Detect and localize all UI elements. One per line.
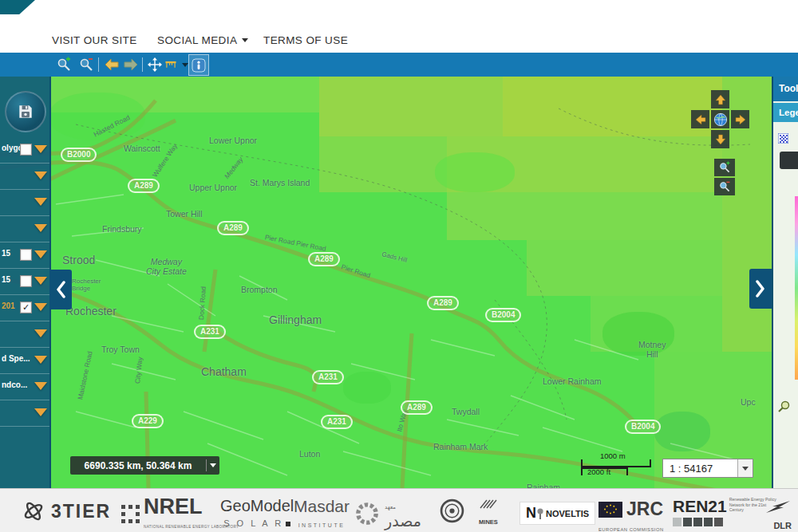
layer-row[interactable]: d Spe... (0, 347, 49, 374)
zoom-out-tool-button[interactable] (77, 55, 96, 74)
pan-left-button[interactable] (691, 110, 709, 128)
save-map-button[interactable] (5, 91, 46, 132)
zoom-in-tool-button[interactable] (54, 55, 73, 74)
menu-visit-our-site[interactable]: VISIT OUR SITE (52, 34, 137, 46)
expand-triangle-icon[interactable] (34, 250, 47, 258)
map-zoom-out-button[interactable] (714, 178, 735, 195)
logo-ren21[interactable]: REN21 Renewable Energy Policy Network fo… (673, 497, 779, 526)
round-seal-icon (440, 499, 464, 523)
layer-row[interactable] (0, 400, 49, 427)
checkered-icon (778, 133, 788, 144)
layer-row[interactable] (0, 189, 49, 216)
chevron-down-icon (742, 467, 749, 471)
road-badge: B2000 (61, 148, 97, 162)
magnifier-plus-icon (718, 161, 731, 174)
map-place-label: Frindsbury (102, 224, 142, 234)
map-place-label: Strood (62, 254, 95, 266)
layer-checkbox[interactable] (20, 275, 32, 287)
map-place-label: Motney Hill (638, 340, 666, 359)
expand-triangle-icon[interactable] (34, 303, 47, 311)
logo-noveltis[interactable]: N NOVELTIS (519, 502, 595, 525)
logo-jrc[interactable]: JRC EUROPEAN COMMISSION (598, 499, 664, 532)
corner-logo-fragment (0, 0, 35, 14)
expand-triangle-icon[interactable] (34, 224, 47, 232)
logo-seal[interactable] (440, 499, 464, 523)
expand-triangle-icon[interactable] (34, 329, 47, 337)
expand-triangle-icon[interactable] (34, 198, 47, 206)
ren21-icon-row (673, 518, 779, 526)
partner-logo-bar: 3TIER NREL NATIONAL RENEWABLE ENERGY LAB… (0, 488, 798, 532)
road-badge: A231 (321, 415, 353, 429)
layer-row[interactable]: olygo. (0, 136, 49, 164)
pan-up-button[interactable] (711, 90, 729, 108)
expand-triangle-icon[interactable] (34, 382, 47, 390)
chevron-down-icon (210, 463, 216, 467)
layer-checkbox[interactable] (20, 249, 32, 261)
logo-mines-paristech[interactable]: MINES ParisTech (478, 499, 499, 532)
eu-flag-icon (598, 502, 622, 518)
menu-social-media[interactable]: SOCIAL MEDIA (157, 34, 248, 46)
expand-triangle-icon[interactable] (34, 145, 47, 153)
chevron-right-icon (755, 280, 766, 298)
tab-toolbox[interactable]: Tool (773, 77, 798, 101)
magnifier-minus-icon (718, 180, 731, 193)
masdar-circle-icon (354, 501, 380, 526)
reset-view-globe-button[interactable] (711, 110, 729, 128)
legend-zoom-icon[interactable] (777, 400, 791, 416)
arrow-up-icon (714, 94, 727, 105)
coordinate-units-dropdown[interactable] (207, 463, 219, 467)
nrel-grid-icon (121, 505, 140, 524)
layer-row[interactable]: ndco... (0, 373, 49, 400)
expand-triangle-icon[interactable] (34, 408, 47, 416)
collapse-right-panel-button[interactable] (749, 269, 772, 309)
scale-bar: 1000 m 2000 ft (581, 453, 653, 477)
measure-tool-button[interactable] (164, 55, 188, 74)
scale-ratio-value: 1 : 54167 (663, 463, 737, 475)
map-toolbar (0, 53, 798, 77)
globe-icon (713, 112, 728, 127)
road-badge: A289 (217, 221, 249, 235)
scale-bar-metric-line (581, 459, 651, 467)
mines-lines-icon (478, 499, 499, 510)
road-badge: A289 (401, 400, 433, 415)
legend-color-ramp (795, 196, 798, 380)
layer-checkbox-checked[interactable]: ✓ (20, 301, 32, 313)
layer-row[interactable] (0, 321, 49, 348)
menu-terms-of-use[interactable]: TERMS OF USE (263, 34, 348, 46)
move-cross-icon (147, 57, 163, 73)
logo-masdar[interactable]: Masdar INSTITUTE معهد مصدر (294, 497, 421, 530)
map-place-label: Luton (299, 449, 320, 459)
pan-tool-button[interactable] (145, 55, 164, 74)
logo-dlr[interactable]: DLR (764, 500, 792, 532)
legend-action-button[interactable] (780, 152, 798, 169)
ruler-icon (164, 57, 177, 72)
expand-triangle-icon[interactable] (34, 277, 47, 285)
logo-geomodel-solar[interactable]: GeoModel S O L A R (220, 497, 294, 530)
identify-info-button[interactable] (188, 54, 209, 76)
collapse-left-panel-button[interactable] (49, 270, 72, 309)
forward-button[interactable] (121, 55, 140, 74)
layer-row[interactable] (0, 215, 49, 242)
pan-right-button[interactable] (731, 110, 749, 128)
coordinate-value: 6690.335 km, 50.364 km (70, 460, 206, 471)
layer-row[interactable]: 201✓ (0, 294, 49, 321)
layer-row[interactable]: 15 (0, 242, 49, 269)
map-canvas[interactable]: Wainscott Lower Upnor Upper Upnor St. Ma… (0, 77, 772, 488)
pan-down-button[interactable] (711, 130, 729, 148)
map-place-label: Tower Hill (166, 209, 203, 219)
layer-label: 15 (2, 249, 10, 258)
scale-dropdown-button[interactable] (737, 459, 753, 477)
scale-ratio-select[interactable]: 1 : 54167 (662, 459, 753, 478)
expand-triangle-icon[interactable] (34, 171, 47, 179)
expand-triangle-icon[interactable] (34, 356, 47, 364)
map-zoom-in-button[interactable] (714, 159, 735, 176)
back-button[interactable] (102, 55, 121, 74)
logo-3tier[interactable]: 3TIER (22, 500, 111, 522)
right-side-panel: Tool Lege (772, 77, 798, 488)
layer-row[interactable] (0, 163, 49, 190)
tab-legend[interactable]: Lege (773, 103, 798, 122)
raster-layer-icon[interactable] (778, 132, 788, 143)
noveltis-ball-icon (536, 507, 544, 520)
layer-checkbox[interactable] (20, 144, 32, 156)
layer-row[interactable]: 15 (0, 268, 49, 295)
